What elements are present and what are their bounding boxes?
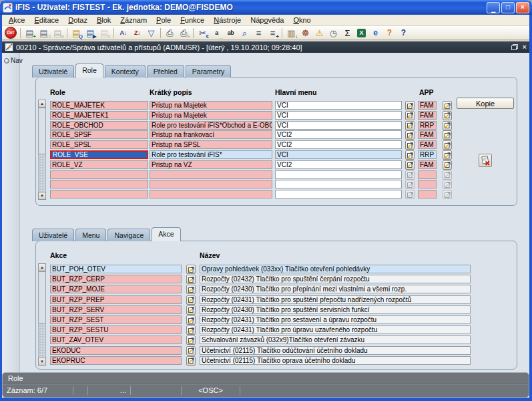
sort-ascending-icon[interactable]: A↓ [116, 26, 130, 39]
role-cell-3[interactable]: ROLE_OBCHOD [50, 121, 148, 130]
menu-lov-button-3[interactable] [405, 121, 415, 130]
mdi-close-button[interactable]: × [523, 43, 527, 51]
copy-role-button[interactable]: Kopie [457, 98, 514, 109]
nazev-cell-9[interactable]: Účetnictví (02115) Tlačítko odúčtování ú… [200, 346, 471, 355]
actions-tab-akce[interactable]: Akce [152, 227, 180, 241]
akce-lov-button-10[interactable] [186, 356, 196, 366]
minimize-button[interactable]: ▁ [487, 2, 500, 13]
akce-cell-8[interactable]: BUT_ZAV_OTEV [50, 336, 182, 344]
print-setup-icon[interactable]: ⎙≡ [177, 26, 191, 39]
nazev-cell-10[interactable]: Účetnictví (02115) Tlačítko oprava účetn… [200, 356, 471, 365]
popis-cell-5[interactable]: Pristup na SPSL [150, 140, 272, 149]
role-cell-5[interactable]: ROLE_SPSL [50, 140, 148, 149]
title-bar[interactable]: iFIS - Uživatel: FISTEST - Ek. jednotka:… [0, 0, 532, 15]
nazev-cell-6[interactable]: Rozpočty (02431) Tlačítko pro sestavení … [200, 315, 471, 324]
menu-item-nastroje[interactable]: Nástroje [209, 15, 246, 25]
sum-icon[interactable]: Σ [340, 26, 354, 39]
menu-cell-1[interactable]: VCI [275, 101, 402, 110]
role-cell-6[interactable]: ROLE_VSE [50, 150, 148, 159]
menu-cell-8[interactable] [275, 170, 402, 179]
delete-role-button[interactable] [479, 154, 492, 167]
alert-icon[interactable]: ⚠ [312, 26, 326, 39]
app-lov-button-1[interactable] [443, 101, 452, 110]
cut-icon[interactable]: ✂€ [196, 26, 210, 39]
menu-lov-button-4[interactable] [405, 130, 415, 140]
akce-lov-button-2[interactable] [186, 275, 196, 284]
app-cell-6[interactable]: RRP [418, 150, 437, 159]
mdi-restore-button[interactable] [511, 44, 518, 50]
app-cell-10[interactable] [418, 190, 437, 198]
clock-icon[interactable]: ◷ [326, 26, 340, 39]
menu-cell-3[interactable]: VCI [275, 121, 402, 130]
menu-item-editace[interactable]: Editace [29, 15, 63, 25]
app-lov-button-6[interactable] [443, 150, 452, 160]
akce-lov-button-6[interactable] [186, 315, 196, 325]
app-cell-5[interactable]: FAM [418, 140, 437, 149]
exit-button[interactable]: EXIT [5, 27, 17, 39]
print-icon[interactable]: ⎙ [163, 26, 177, 39]
roles-tab-kontexty[interactable]: Kontexty [105, 65, 146, 78]
menu-lov-button-2[interactable] [405, 111, 415, 120]
menu-cell-6[interactable]: VCI [275, 150, 402, 159]
akce-cell-2[interactable]: BUT_RZP_CERP [50, 275, 182, 283]
nazev-cell-3[interactable]: Rozpočty (02430) Tlačítko pro přepínání … [200, 285, 471, 293]
akce-cell-9[interactable]: EKODUC [50, 346, 182, 355]
actions-tab-menu[interactable]: Menu [75, 229, 106, 241]
app-lov-button-7[interactable] [443, 160, 452, 170]
sort-descending-icon[interactable]: Z↓ [130, 26, 144, 39]
menu-item-akce[interactable]: Akce [4, 15, 29, 25]
akce-lov-button-4[interactable] [186, 295, 196, 305]
akce-cell-6[interactable]: BUT_RZP_SEST [50, 315, 182, 324]
roles-tab-prehled[interactable]: Přehled [147, 65, 184, 78]
menu-lov-button-7[interactable] [405, 160, 415, 170]
close-button[interactable]: × [516, 2, 529, 13]
akce-lov-button-9[interactable] [186, 346, 196, 356]
menu-item-napoveda[interactable]: Nápověda [246, 15, 288, 25]
akce-cell-3[interactable]: BUT_RZP_MOJE [50, 285, 182, 293]
role-cell-1[interactable]: ROLE_MAJETEK [50, 101, 148, 110]
akce-cell-10[interactable]: EKOPRUC [50, 356, 182, 365]
akce-lov-button-1[interactable] [186, 265, 196, 274]
popis-cell-2[interactable]: Pristup na Majetek [150, 111, 272, 120]
app-lov-button-5[interactable] [443, 140, 452, 150]
help-icon[interactable]: ? [396, 26, 411, 39]
actions-tab-uzivatele[interactable]: Uživatelé [32, 229, 74, 241]
edit-field-icon[interactable]: a_ [210, 26, 224, 39]
app-cell-1[interactable]: FAM [418, 101, 437, 110]
duplicate-record-icon[interactable]: ▤□ [37, 26, 51, 39]
menu-cell-10[interactable] [275, 190, 402, 198]
user-help-icon[interactable]: ? [382, 26, 396, 39]
maximize-button[interactable]: □ [501, 2, 515, 13]
popis-cell-6[interactable]: Role pro testování iFIS* [150, 150, 272, 159]
app-cell-3[interactable]: RRP [418, 121, 437, 130]
menu-cell-9[interactable] [275, 180, 402, 188]
akce-cell-7[interactable]: BUT_RZP_SESTU [50, 325, 182, 334]
app-cell-7[interactable]: FAM [418, 160, 437, 169]
akce-lov-button-3[interactable] [186, 285, 196, 294]
menu-item-funkce[interactable]: Funkce [176, 15, 209, 25]
browser-icon[interactable]: e [368, 26, 382, 39]
role-cell-8[interactable] [50, 170, 148, 179]
nazev-cell-1[interactable]: Opravy pohledávek (033xx) Tlačítko otevř… [200, 265, 471, 273]
menu-item-blok[interactable]: Blok [92, 15, 115, 25]
app-cell-8[interactable] [418, 170, 437, 179]
roles-tab-role[interactable]: Role [75, 63, 103, 78]
roles-tab-parametry[interactable]: Parametry [186, 65, 231, 78]
role-cell-10[interactable] [50, 190, 148, 198]
popis-cell-7[interactable]: Pristup na VZ [150, 160, 272, 169]
nazev-cell-2[interactable]: Rozpočty (02432) Tlačítko pro spuštění č… [200, 275, 471, 283]
menu-lov-button-5[interactable] [405, 140, 415, 150]
app-lov-button-3[interactable] [443, 121, 452, 130]
menu-lov-button-6[interactable] [405, 150, 415, 160]
menu-item-zaznam[interactable]: Záznam [115, 15, 152, 25]
popis-cell-1[interactable]: Pristup na Majetek [150, 101, 272, 110]
nazev-cell-4[interactable]: Rozpočty (02431) Tlačítko pro spuštění p… [200, 295, 471, 304]
menu-item-pole[interactable]: Pole [152, 15, 176, 25]
menu-cell-5[interactable]: VCI2 [275, 140, 402, 149]
enter-query-icon[interactable]: ▤Q [69, 26, 83, 39]
nav-toggle[interactable]: Nav [4, 57, 23, 64]
nazev-cell-5[interactable]: Rozpočty (02430) Tlačítko pro spuštění s… [200, 305, 471, 314]
execute-query-icon[interactable]: ▤▶ [83, 26, 97, 39]
menu-item-dotaz[interactable]: Dotaz [63, 15, 92, 25]
actions-tab-navigace[interactable]: Navigace [107, 229, 150, 241]
